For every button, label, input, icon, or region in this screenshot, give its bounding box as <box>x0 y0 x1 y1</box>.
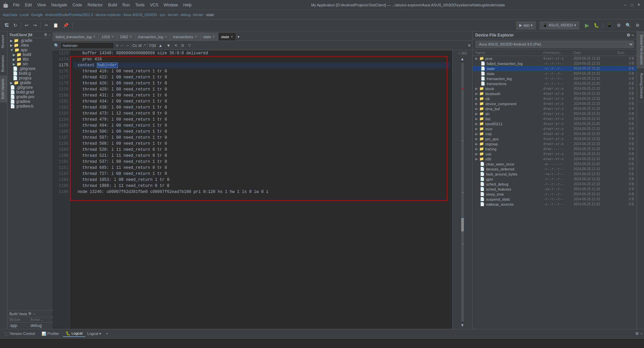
file-row-fault-around-bytes[interactable]: 📄 fault_around_bytes -rw-r--r-- 2024-06-… <box>473 171 637 177</box>
menu-window[interactable]: Window <box>162 2 180 8</box>
search-input[interactable] <box>60 42 114 49</box>
search-regex[interactable]: .* <box>143 44 146 48</box>
tree-item-build[interactable]: ▶ 📁 build <box>7 52 53 57</box>
file-row-sleep-time[interactable]: 📄 sleep_time -r--r--r-- 2024-06-25 21:32… <box>473 192 637 197</box>
tree-item-buildg[interactable]: 📄 build.g <box>7 71 53 76</box>
tab-close-icon[interactable]: ✕ <box>165 35 167 39</box>
tab-close-icon[interactable]: ✕ <box>212 35 215 39</box>
cut-btn[interactable]: ✂ <box>43 22 50 29</box>
file-row-failed-transaction-log[interactable]: 📄 failed_transaction_log -r--r--r-- 2024… <box>473 61 637 66</box>
tree-item-gradlew[interactable]: 📄 gradlew <box>7 99 53 104</box>
expand-ieee-icon[interactable]: ▶ <box>475 122 478 126</box>
file-row-tracing[interactable]: ▶ 📁 tracing drwx------ 2024-06-25 21:32 … <box>473 146 637 151</box>
build-settings-icon[interactable]: ⚙ <box>28 311 32 316</box>
breadcrumb-sys[interactable]: sys <box>160 13 165 17</box>
copy-btn[interactable]: 📋 <box>51 22 60 29</box>
file-row-mtd[interactable]: ▶ 📁 mtd drwxr-xr-x 2024-06-25 21:32 0 B <box>473 131 637 136</box>
file-row-bluetooth[interactable]: ▶ 📁 bluetooth drwxr-xr-x 2024-06-25 21:3… <box>473 91 637 96</box>
menu-edit[interactable]: Edit <box>23 2 34 8</box>
file-row-wakeup-sources[interactable]: 📄 wakeup_sources -r--r--r-- 2024-06-25 2… <box>473 202 637 207</box>
expand-dma-icon[interactable]: ▶ <box>475 107 478 111</box>
expand-clk-icon[interactable]: ▶ <box>475 97 478 100</box>
file-row-pm-qos[interactable]: ▶ 📁 pm_qos drwxr-xr-x 2024-06-25 21:32 0… <box>473 136 637 141</box>
tab-close-icon[interactable]: ✕ <box>230 35 233 39</box>
tab-transactions[interactable]: transactions ✕ <box>170 32 200 41</box>
tree-item-gitignore-app[interactable]: 📄 .gitignore <box>7 66 53 71</box>
run-btn[interactable]: ▶ <box>583 21 591 29</box>
sdk-btn[interactable]: ⚙ <box>615 22 623 29</box>
project-settings-icon[interactable]: ⚙ <box>44 32 47 37</box>
tree-item-idea[interactable]: ▶ 📁 .idea <box>7 43 53 48</box>
logcat-close-icon[interactable]: − <box>640 331 643 336</box>
expand-usb-icon[interactable]: ▶ <box>475 152 478 156</box>
scroll-track[interactable] <box>461 63 464 322</box>
file-row-transaction-log[interactable]: 📄 transaction_log -r--r--r-- 2024-06-25 … <box>473 76 637 81</box>
breadcrumb-androidstudio[interactable]: AndroidStudioPreview2022.2 <box>46 13 93 17</box>
search-wrap-btn[interactable]: ⟲ <box>173 43 178 48</box>
file-row-regmap[interactable]: ▶ 📁 regmap drwxr-xr-x 2024-06-25 21:32 0… <box>473 141 637 146</box>
tab-stats[interactable]: stats ✕ <box>200 32 218 41</box>
file-row-gpio[interactable]: 📄 gpio -r--r--r-- 2024-06-25 21:32 0 B <box>473 177 637 182</box>
device-select[interactable]: Asus ASUS_I003DD Android 9.0 (Pie) <box>475 41 634 48</box>
minimize-button[interactable]: ─ <box>623 2 628 8</box>
file-row-stats[interactable]: 📄 stats -r--r--r-- 2024-06-25 21:32 0 B <box>473 71 637 76</box>
device-selector-top[interactable]: 📱 ASUS_I003DD ▾ <box>540 21 579 29</box>
tab-state[interactable]: state ✕ <box>218 32 236 41</box>
redo-btn[interactable]: ↪ <box>32 22 39 29</box>
sync-btn[interactable]: ↻ <box>12 22 19 29</box>
tab-close-icon[interactable]: ✕ <box>195 35 197 39</box>
tab-transaction-log[interactable]: transaction_log ✕ <box>135 32 170 41</box>
expand-regmap-icon[interactable]: ▶ <box>475 142 478 146</box>
tab-failed-transaction-log[interactable]: failed_transaction_log ✕ <box>53 32 99 41</box>
tree-item-src[interactable]: ▶ 📁 src <box>7 62 53 66</box>
tree-item-app[interactable]: ▼ 📁 app <box>7 48 53 52</box>
file-row-proc[interactable]: ▶ 📁 proc drwxr-xr-x 2024-06-25 21:32 0 B <box>473 56 637 61</box>
menu-code[interactable]: Code <box>70 2 84 8</box>
breadcrumb-debug[interactable]: debug <box>180 13 191 17</box>
search-w[interactable]: W <box>138 44 142 48</box>
search-up-btn[interactable]: ▲ <box>157 43 164 49</box>
search-filter-btn[interactable]: ▽ <box>187 43 192 48</box>
file-row-device-component[interactable]: ▶ 📁 device_component drwxr-xr-x 2024-06-… <box>473 101 637 106</box>
file-row-dma-buf[interactable]: ▶ 📁 dma_buf drwxr-xr-x 2024-06-25 21:32 … <box>473 106 637 111</box>
tree-item-buildgrad[interactable]: 📄 build.grad <box>7 90 53 94</box>
file-row-transactions[interactable]: 📄 transactions -r--r--r-- 2024-06-25 21:… <box>473 81 637 86</box>
logcat-tab-logcat-dropdown[interactable]: Logcat ▾ <box>87 332 102 336</box>
search-next-icon[interactable]: → <box>125 43 129 48</box>
tree-item-progua[interactable]: 📄 progua <box>7 76 53 80</box>
file-row-clk[interactable]: ▶ 📁 clk drwxr-xr-x 2024-06-25 21:32 0 B <box>473 96 637 101</box>
file-row-state[interactable]: 📄 state -r--r--r-- 2024-06-25 21:32 0 B <box>473 66 637 71</box>
menu-file[interactable]: File <box>11 2 21 8</box>
breadcrumb-local[interactable]: Local <box>19 13 28 17</box>
far-left-tab-bookmarks[interactable]: Bookmarks <box>0 52 7 75</box>
expand-proc-icon[interactable]: ▶ <box>475 57 478 60</box>
maximize-button[interactable]: □ <box>629 2 635 8</box>
project-close-icon[interactable]: − <box>49 33 51 37</box>
bv-row-app[interactable]: :app debug <box>7 323 53 329</box>
far-right-tab-running[interactable]: Running Devices <box>637 70 644 102</box>
menu-help[interactable]: Help <box>181 2 194 8</box>
tree-item-gradlewb[interactable]: 📄 gradlew.b <box>7 104 53 109</box>
tab-1018[interactable]: 1018 ✕ <box>99 32 117 41</box>
menu-view[interactable]: View <box>35 2 48 8</box>
tree-item-gitignore[interactable]: 📄 .gitignore <box>7 85 53 90</box>
far-right-tab-dfe[interactable]: Device File Explorer <box>637 31 644 68</box>
expand-tracing-icon[interactable]: ▶ <box>475 147 478 151</box>
tree-item-gradlepro[interactable]: 📄 gradle.pro <box>7 94 53 99</box>
file-row-usb[interactable]: ▶ 📁 usb drwxr-xr-x 2024-06-25 21:32 0 B <box>473 151 637 156</box>
debug-btn[interactable]: 🐛 <box>592 22 601 29</box>
file-row-block[interactable]: ▶ 📁 block drwxr-xr-x 2024-06-25 21:32 0 … <box>473 86 637 91</box>
breadcrumb-appdata[interactable]: AppData <box>3 13 17 17</box>
search-close-icon[interactable]: ✕ <box>115 43 119 48</box>
scroll-down-btn[interactable]: ▼ <box>461 323 465 328</box>
expand-mce-icon[interactable]: ▶ <box>475 127 478 131</box>
tab-close-icon[interactable]: ✕ <box>93 35 96 39</box>
search-close-btn[interactable]: ✕ <box>468 43 471 48</box>
search-cc[interactable]: Cc <box>132 44 137 48</box>
file-row-sched-debug[interactable]: 📄 sched_debug -r--r--r-- 2024-06-25 21:3… <box>473 182 637 187</box>
file-row-ieee80211[interactable]: ▶ 📁 ieee80211 drwxr-xr-x 2024-06-25 21:3… <box>473 121 637 126</box>
dfe-settings-icon[interactable]: ⚙ <box>627 33 630 38</box>
scroll-thumb[interactable] <box>461 218 464 231</box>
far-left-tab-build-variants[interactable]: Build Variants <box>0 75 7 102</box>
close-button[interactable]: ✕ <box>636 2 641 8</box>
